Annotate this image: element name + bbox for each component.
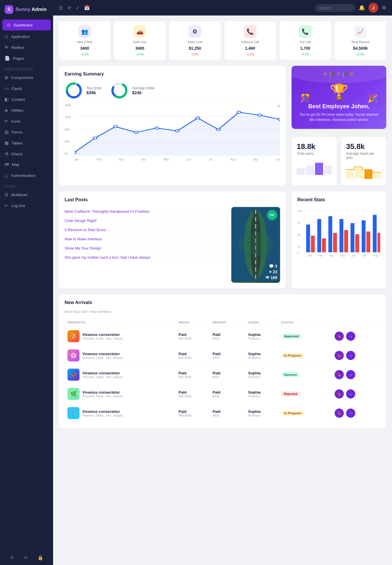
stat-label: Total Revune [351, 40, 370, 44]
right-panel: 🏳 🏴 🏳 🏴 🏳 🏆 🎊 🎉 Best Employee Johen, You… [292, 66, 386, 186]
top-order-label: Top Order [86, 86, 102, 90]
auth-icon: △ [5, 173, 8, 178]
avg-order-value: $24k [132, 90, 155, 95]
sidebar-item-charts[interactable]: ◔ Charts › [0, 148, 53, 159]
sidebar-item-utilities[interactable]: ◈ Utilities › [0, 105, 53, 116]
dashboard-icon: ⊙ [7, 22, 11, 28]
utilities-icon: ◈ [5, 108, 8, 113]
stat-card-new-client: 👥 New Client 3400 +2.5% [59, 21, 110, 60]
sidebar-item-logout[interactable]: ↩ Log Out [0, 200, 53, 211]
check-icon[interactable]: ✓ [76, 5, 79, 11]
arrow-button[interactable]: → [346, 389, 355, 398]
bookmark-button[interactable]: 🔖 [335, 332, 344, 341]
sidebar-item-label: Tables [11, 141, 23, 145]
svg-text:Mar: Mar [318, 254, 323, 257]
flag-decoration: 🏳 [323, 71, 328, 78]
avg-order-donut: Average Order $24k [110, 81, 155, 100]
stat-card-out-call: 📞 Out Call 1,700 +0.5% [280, 21, 331, 60]
arrow-button[interactable]: → [346, 332, 355, 341]
bookmark-button[interactable]: 🔖 [335, 389, 344, 398]
stat-label: Sold Cars [133, 40, 147, 44]
avg-order-label: Average Order [132, 86, 155, 90]
logout-icon: ↩ [5, 203, 8, 208]
settings-icon[interactable]: ⚙ [10, 555, 14, 560]
product-name: Vivamus consectetur [82, 352, 123, 356]
sidebar-item-cards[interactable]: ▭ Cards › [0, 83, 53, 94]
list-item[interactable]: Cook Design Right! [65, 216, 231, 225]
product-name: Vivamus consectetur [82, 371, 123, 375]
bell-icon[interactable]: 🔔 [359, 5, 365, 11]
lock-icon[interactable]: 🔒 [38, 555, 43, 560]
arrow-button[interactable]: → [346, 409, 355, 418]
stat-value: $1,250 [189, 46, 201, 51]
list-item[interactable]: Meet Craftwork. Thoroghly Handpicked UI … [65, 207, 231, 216]
stats-row: 👥 New Client 3400 +2.5% 🚗 Sold Cars 3400… [59, 21, 386, 60]
sidebar-item-label: Content [11, 97, 25, 102]
eye-icon: 👁 [265, 275, 269, 280]
list-item[interactable]: Show Me Your Design [65, 244, 231, 253]
sidebar-item-map[interactable]: 🗺 Map › [0, 159, 53, 170]
topbar-left: ☰ ⟳ ✓ 📅 [59, 5, 90, 11]
sidebar-item-mailbox[interactable]: ✉ Mailbox › [0, 42, 53, 53]
menu-icon[interactable]: ☰ [59, 5, 63, 11]
x-axis-labels: Jan Feb Mar Apr May Jun Jul Aug Sep Oct [74, 158, 280, 161]
svg-point-14 [114, 125, 117, 128]
sidebar-item-authentication[interactable]: △ Authentication › [0, 170, 53, 181]
bookmark-button[interactable]: 🔖 [335, 351, 344, 360]
price-main: Paid [178, 409, 207, 414]
svg-text:Jul: Jul [362, 254, 365, 257]
mail-bottom-icon[interactable]: ✉ [24, 555, 28, 560]
post-views-stat: 👁 189 [265, 275, 277, 280]
chevron-icon: › [47, 163, 48, 167]
bookmark-button[interactable]: 🔖 [335, 409, 344, 418]
refresh-icon[interactable]: ⟳ [67, 5, 71, 11]
search-input[interactable] [315, 4, 355, 12]
list-item[interactable]: 5 Reasons to Start Bussi... [65, 225, 231, 235]
sidebar-item-icons[interactable]: ✏ Icons › [0, 116, 53, 127]
svg-rect-55 [344, 230, 348, 252]
stat-value: 3400 [135, 46, 144, 51]
trophy-area: 🏆 🎊 🎉 [297, 80, 381, 103]
stat-icon-wrap: 📞 [299, 25, 312, 38]
svg-text:Jun: Jun [352, 254, 356, 257]
chevron-icon: › [47, 130, 48, 134]
sidebar-item-multilevel[interactable]: ⊟ Multilevel › [0, 189, 53, 200]
content-area: 👥 New Client 3400 +2.5% 🚗 Sold Cars 3400… [53, 16, 392, 565]
donut-row: Top Order $39k Average Order [65, 81, 280, 100]
product-thumbnail: 🔧 [67, 407, 79, 419]
new-arrivals-subtitle: More than 400+ new members [65, 310, 381, 314]
stat-change: +0.5% [301, 53, 309, 56]
sidebar-item-pages[interactable]: 📄 Pages › [0, 53, 53, 64]
sidebar-item-content[interactable]: ◧ Content › [0, 94, 53, 105]
list-item[interactable]: She gave my mother such a turn, that I h… [65, 253, 231, 262]
pages-icon: 📄 [5, 56, 10, 61]
arrow-button[interactable]: → [346, 370, 355, 379]
stat-icon-wrap: 👥 [78, 25, 91, 38]
stat-label: Out Call [300, 40, 311, 44]
earning-summary-title: Earning Summary [65, 71, 280, 77]
sidebar-item-application[interactable]: ◻ Application › [0, 31, 53, 42]
price-main: Paid [178, 352, 207, 356]
col-deposit: DEPOSIT [210, 318, 245, 327]
svg-text:90: 90 [297, 221, 300, 224]
bookmark-button[interactable]: 🔖 [335, 370, 344, 379]
calendar-icon[interactable]: 📅 [84, 5, 90, 11]
product-name: Vivamus consectetur [82, 332, 123, 337]
sidebar-item-label: Log Out [11, 204, 25, 208]
sidebar-item-dashboard[interactable]: ⊙ Dashboard [2, 20, 51, 30]
arrow-button[interactable]: → [346, 351, 355, 360]
price-main: Paid [178, 332, 207, 337]
comment-icon: 💬 [269, 264, 274, 268]
status-badge: Rejected [281, 391, 300, 396]
sales-lost-icon: ⚙ [192, 28, 197, 35]
agent-sub: Pharetra [248, 375, 275, 379]
sidebar-item-tables[interactable]: ▦ Tables › [0, 138, 53, 148]
agent-sub: Pharetra [248, 394, 275, 398]
settings-icon[interactable]: ⚙ [382, 5, 386, 11]
svg-point-20 [237, 111, 240, 113]
sidebar-item-forms[interactable]: ▤ Forms › [0, 127, 53, 138]
sidebar-item-components[interactable]: ⊞ Components › [0, 72, 53, 83]
svg-rect-53 [333, 233, 337, 252]
section-ui-label: User Interface [0, 64, 53, 72]
list-item[interactable]: How to Make Interface [65, 235, 231, 244]
